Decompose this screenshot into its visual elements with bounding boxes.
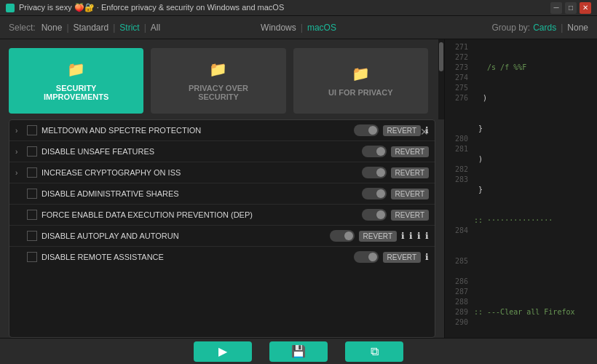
item-checkbox-3[interactable] — [27, 167, 37, 178]
table-row: › MELTDOWN AND SPECTRE PROTECTION REVERT… — [9, 120, 435, 141]
select-options: None | Standard | Strict | All — [39, 23, 163, 33]
group-cards[interactable]: Cards — [533, 23, 556, 33]
select-all[interactable]: All — [148, 23, 163, 33]
toolbar: Select: None | Standard | Strict | All W… — [0, 16, 597, 39]
info-icon-6c[interactable]: ℹ — [417, 231, 421, 241]
item-label-4: DISABLE ADMINISTRATIVE SHARES — [41, 189, 357, 198]
card-privacy-icon: 📁 — [209, 60, 227, 78]
left-content: 📁 SECURITY IMPROVEMENTS 📁 PRIVACY OVER S… — [0, 39, 444, 338]
maximize-button[interactable]: □ — [565, 2, 577, 14]
select-none[interactable]: None — [39, 23, 66, 33]
toggle-1[interactable] — [354, 124, 379, 136]
line-numbers: 271 272 273 274 275 276 280 281 282 283 — [445, 39, 471, 338]
item-checkbox-7[interactable] — [27, 252, 37, 262]
item-label-5: FORCE ENABLE DATA EXECUTION PREVENTION (… — [41, 210, 357, 219]
os-macos[interactable]: macOS — [304, 23, 339, 33]
item-label-7: DISABLE REMOTE ASSISTANCE — [41, 253, 349, 261]
run-button[interactable]: ▶ — [194, 341, 252, 362]
item-checkbox-6[interactable] — [27, 231, 37, 241]
card-ui-label: UI FOR PRIVACY — [328, 88, 392, 97]
bottom-action-bar: ▶ 💾 ⧉ — [0, 338, 597, 364]
group-by: Group by: Cards | None — [491, 23, 588, 33]
card-security[interactable]: 📁 SECURITY IMPROVEMENTS — [9, 48, 143, 114]
right-scrollbar[interactable] — [591, 39, 597, 338]
info-icon-6a[interactable]: ℹ — [401, 231, 405, 241]
table-row: › DISABLE AUTOPLAY AND AUTORUN REVERT ℹ … — [9, 226, 435, 247]
copy-button[interactable]: ⧉ — [345, 341, 403, 362]
info-icon-6b[interactable]: ℹ — [409, 231, 413, 241]
info-icon-7[interactable]: ℹ — [425, 252, 429, 262]
card-privacy[interactable]: 📁 PRIVACY OVER SECURITY — [151, 48, 285, 114]
item-checkbox-5[interactable] — [27, 210, 37, 220]
close-button[interactable]: ✕ — [580, 2, 591, 14]
toggle-6[interactable] — [330, 230, 355, 242]
title-bar-controls: ─ □ ✕ — [550, 2, 591, 14]
revert-button-7[interactable]: REVERT — [383, 252, 421, 263]
run-icon: ▶ — [218, 344, 227, 358]
toggle-5[interactable] — [362, 209, 387, 221]
os-windows[interactable]: Windows — [258, 23, 299, 33]
cards-row: 📁 SECURITY IMPROVEMENTS 📁 PRIVACY OVER S… — [0, 39, 444, 119]
group-none[interactable]: None — [567, 23, 588, 33]
card-ui[interactable]: 📁 UI FOR PRIVACY — [293, 48, 428, 114]
title-bar-title: Privacy is sexy 🍑🔐 · Enforce privacy & s… — [19, 3, 284, 12]
toggle-4[interactable] — [362, 188, 387, 199]
main-content: 📁 SECURITY IMPROVEMENTS 📁 PRIVACY OVER S… — [0, 39, 597, 338]
table-row: › FORCE ENABLE DATA EXECUTION PREVENTION… — [9, 205, 435, 226]
code-content: /s /f %%F ) } ) } :: ··············· :: … — [471, 39, 591, 338]
cards-scrollbar[interactable] — [438, 39, 444, 119]
os-switch: Windows | macOS — [258, 23, 339, 33]
table-row: › INCREASE CRYPTOGRAPHY ON ISS REVERT — [9, 162, 435, 183]
chevron-icon[interactable]: › — [15, 148, 23, 156]
chevron-icon[interactable]: › — [15, 127, 23, 135]
copy-icon: ⧉ — [371, 345, 379, 358]
card-ui-icon: 📁 — [352, 65, 370, 82]
revert-button-3[interactable]: REVERT — [391, 167, 429, 178]
card-privacy-label: PRIVACY OVER SECURITY — [189, 84, 248, 101]
right-panel: 271 272 273 274 275 276 280 281 282 283 — [444, 39, 597, 338]
items-popup: ✕ › MELTDOWN AND SPECTRE PROTECTION REVE… — [9, 119, 435, 338]
title-bar-left: Privacy is sexy 🍑🔐 · Enforce privacy & s… — [6, 3, 284, 12]
cards-area: 📁 SECURITY IMPROVEMENTS 📁 PRIVACY OVER S… — [0, 39, 437, 119]
popup-close-button[interactable]: ✕ — [420, 126, 429, 138]
left-panel: 📁 SECURITY IMPROVEMENTS 📁 PRIVACY OVER S… — [0, 39, 444, 338]
item-label-6: DISABLE AUTOPLAY AND AUTORUN — [41, 232, 325, 240]
scroll-thumb — [439, 42, 443, 71]
item-checkbox-1[interactable] — [27, 125, 37, 135]
card-security-label: SECURITY IMPROVEMENTS — [44, 84, 108, 101]
save-button[interactable]: 💾 — [269, 341, 328, 362]
revert-button-1[interactable]: REVERT — [383, 125, 421, 136]
select-strict[interactable]: Strict — [116, 23, 142, 33]
title-bar: Privacy is sexy 🍑🔐 · Enforce privacy & s… — [0, 0, 597, 16]
revert-button-4[interactable]: REVERT — [391, 189, 429, 199]
app-icon — [6, 4, 15, 12]
revert-button-2[interactable]: REVERT — [391, 146, 429, 157]
minimize-button[interactable]: ─ — [550, 2, 562, 14]
item-checkbox-4[interactable] — [27, 189, 37, 199]
save-icon: 💾 — [291, 344, 306, 358]
toggle-2[interactable] — [362, 146, 387, 157]
code-area: 271 272 273 274 275 276 280 281 282 283 — [445, 39, 597, 338]
select-standard[interactable]: Standard — [71, 23, 112, 33]
table-row: › DISABLE ADMINISTRATIVE SHARES REVERT — [9, 183, 435, 205]
table-row: › DISABLE REMOTE ASSISTANCE REVERT ℹ — [9, 247, 435, 267]
item-label-2: DISABLE UNSAFE FEATURES — [41, 147, 357, 156]
item-label-3: INCREASE CRYPTOGRAPHY ON ISS — [41, 168, 357, 177]
select-label: Select: — [9, 23, 36, 33]
revert-button-6[interactable]: REVERT — [359, 231, 397, 242]
item-label-1: MELTDOWN AND SPECTRE PROTECTION — [41, 126, 349, 135]
group-label: Group by: — [491, 23, 530, 33]
revert-button-5[interactable]: REVERT — [391, 210, 429, 221]
card-security-icon: 📁 — [67, 60, 85, 78]
info-icon-6d[interactable]: ℹ — [425, 231, 429, 241]
toggle-3[interactable] — [362, 167, 387, 178]
item-checkbox-2[interactable] — [27, 146, 37, 157]
table-row: › DISABLE UNSAFE FEATURES REVERT — [9, 141, 435, 162]
toggle-7[interactable] — [354, 251, 379, 263]
chevron-icon[interactable]: › — [15, 169, 23, 177]
